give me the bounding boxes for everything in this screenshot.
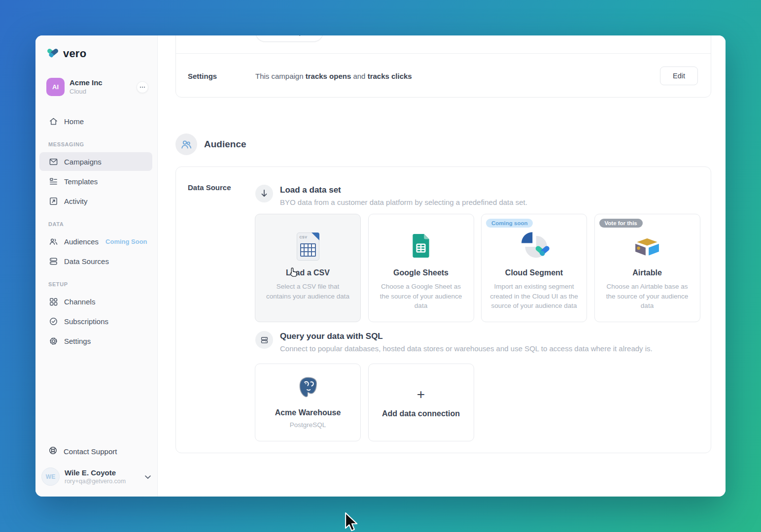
card-title: Load a CSV: [255, 268, 360, 277]
sidebar-item-label: Subscriptions: [64, 317, 108, 326]
user-email: rory+qa@getvero.com: [65, 477, 139, 485]
nav-section-messaging: MESSAGING: [35, 141, 157, 151]
sidebar-item-label: Activity: [64, 197, 88, 205]
database-icon: [48, 256, 58, 266]
sql-section-header: Query your data with SQL Connect to popu…: [255, 331, 653, 353]
card-subtitle: PostgreSQL: [255, 421, 360, 429]
coming-soon-badge: Coming soon: [486, 219, 533, 228]
card-description: Choose a Google Sheet as the source of y…: [369, 282, 474, 311]
load-csv-card[interactable]: CSV Load a CSV Select a CSV file that co…: [255, 214, 361, 322]
hand-cursor: [289, 267, 299, 278]
cloud-segment-card[interactable]: Coming soon Cloud Segment Import an exis…: [481, 214, 587, 322]
check-circle-icon: [48, 316, 58, 326]
activity-icon: [48, 196, 58, 206]
sidebar-item-label: Campaigns: [64, 158, 102, 166]
vote-for-this-badge: Vote for this: [599, 219, 643, 228]
user-name: Wile E. Coyote: [65, 468, 139, 478]
workspace-avatar: AI: [46, 78, 65, 96]
data-source-card: Data Source Load a data set BYO data fro…: [175, 166, 711, 453]
sidebar-item-templates[interactable]: Templates: [39, 172, 152, 191]
sidebar-item-subscriptions[interactable]: Subscriptions: [39, 312, 152, 331]
audience-section-header: Audience: [175, 133, 246, 155]
user-menu[interactable]: WE Wile E. Coyote rory+qa@getvero.com: [41, 467, 151, 486]
tracks-clicks-text: tracks clicks: [368, 72, 412, 80]
user-avatar: WE: [41, 467, 60, 486]
mail-icon: [48, 157, 58, 166]
life-buoy-icon: [48, 446, 58, 457]
workspace-menu-button[interactable]: [137, 81, 148, 93]
users-icon: [48, 236, 58, 246]
workspace-switcher[interactable]: AI Acme Inc Cloud: [42, 75, 152, 99]
sidebar-item-data-sources[interactable]: Data Sources: [39, 252, 152, 270]
sidebar: vero AI Acme Inc Cloud Home MESSAGING: [35, 35, 158, 497]
edit-settings-button[interactable]: Edit: [660, 66, 698, 85]
card-description: Choose an Airtable base as the source of…: [595, 282, 700, 311]
ellipsis-icon: [139, 86, 145, 88]
sidebar-item-channels[interactable]: Channels: [39, 292, 152, 311]
data-source-label: Data Source: [188, 183, 231, 192]
sidebar-item-label: Data Sources: [64, 257, 109, 266]
airtable-card[interactable]: Vote for this Airtable Choose an Airtabl…: [594, 214, 700, 322]
nav-section-setup: SETUP: [35, 281, 157, 291]
contact-support-label: Contact Support: [64, 447, 117, 456]
card-title: Acme Warehouse: [255, 408, 360, 417]
card-title: Cloud Segment: [482, 268, 587, 277]
mouse-cursor: [345, 512, 361, 532]
settings-summary: This campaign tracks opens and tracks cl…: [255, 72, 660, 80]
card-title: Airtable: [595, 268, 700, 277]
load-dataset-title: Load a data set: [280, 185, 527, 195]
sidebar-item-home[interactable]: Home: [39, 112, 152, 131]
sidebar-item-audiences[interactable]: Audiences Coming Soon: [39, 232, 152, 251]
contact-support-link[interactable]: Contact Support: [39, 442, 152, 461]
people-icon: [180, 139, 192, 150]
app-window: vero AI Acme Inc Cloud Home MESSAGING: [35, 35, 726, 497]
sql-section-title: Query your data with SQL: [280, 331, 653, 341]
sidebar-item-activity[interactable]: Activity: [39, 192, 152, 210]
card-description: Import an existing segment created in th…: [482, 282, 587, 311]
sql-cards-row: Acme Warehouse PostgreSQL + Add data con…: [255, 364, 474, 441]
sidebar-item-label: Channels: [64, 298, 95, 306]
audience-icon-circle: [175, 133, 197, 155]
show-all-templates-button[interactable]: Show all templates: [255, 35, 323, 42]
postgresql-icon: [297, 376, 319, 399]
audience-title: Audience: [204, 139, 246, 150]
google-sheets-card[interactable]: Google Sheets Choose a Google Sheet as t…: [368, 214, 474, 322]
download-icon-circle: [255, 185, 273, 202]
vero-logo: vero: [35, 45, 157, 62]
settings-label: Settings: [188, 72, 255, 80]
coming-soon-badge: Coming Soon: [105, 238, 147, 245]
sidebar-item-label: Audiences: [64, 237, 99, 246]
sidebar-item-campaigns[interactable]: Campaigns: [39, 152, 152, 171]
card-title: Google Sheets: [369, 268, 474, 277]
load-dataset-header: Load a data set BYO data from a customer…: [255, 185, 527, 206]
dataset-cards-row: CSV Load a CSV Select a CSV file that co…: [255, 214, 700, 322]
card-title: Add data connection: [369, 409, 474, 418]
csv-file-icon: CSV: [297, 233, 319, 261]
google-sheets-icon: [411, 233, 431, 259]
gear-icon: [48, 336, 58, 346]
download-arrow-icon: [260, 189, 268, 198]
workspace-plan: Cloud: [69, 88, 132, 96]
airtable-icon: [633, 234, 661, 259]
data-store-icon: [260, 336, 269, 344]
workspace-name: Acme Inc: [69, 78, 132, 88]
sidebar-item-settings[interactable]: Settings: [39, 332, 152, 350]
campaign-settings-card: Show all templates Settings This campaig…: [175, 35, 711, 98]
add-data-connection-card[interactable]: + Add data connection: [368, 364, 474, 441]
tracks-opens-text: tracks opens: [306, 72, 351, 80]
sidebar-nav: Home MESSAGING Campaigns Templates Activ: [35, 111, 157, 351]
card-description: Select a CSV file that contains your aud…: [255, 282, 360, 301]
sidebar-item-label: Templates: [64, 177, 98, 186]
load-dataset-description: BYO data from a customer data platform b…: [280, 198, 527, 206]
sql-section-description: Connect to popular databases, hosted dat…: [280, 344, 653, 353]
sidebar-item-label: Settings: [64, 337, 91, 345]
acme-warehouse-card[interactable]: Acme Warehouse PostgreSQL: [255, 364, 361, 441]
settings-row: Settings This campaign tracks opens and …: [176, 54, 711, 98]
cloud-segment-icon: [515, 231, 553, 262]
logo-text: vero: [63, 47, 86, 60]
home-icon: [48, 116, 58, 126]
plus-icon: +: [369, 388, 474, 401]
nav-section-data: DATA: [35, 221, 157, 231]
main-content: Show all templates Settings This campaig…: [158, 35, 726, 497]
grid-icon: [48, 297, 58, 306]
